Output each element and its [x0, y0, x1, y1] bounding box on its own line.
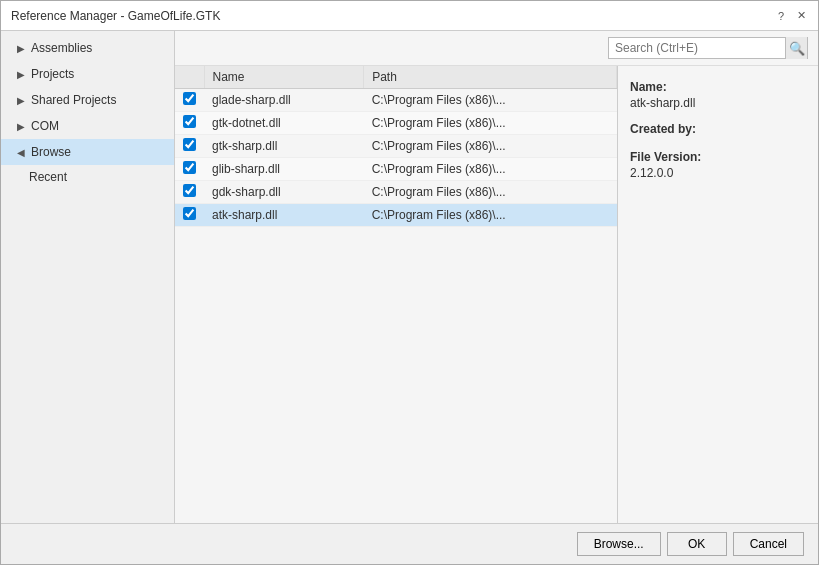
table-row[interactable]: gtk-dotnet.dllC:\Program Files (x86)\... [175, 112, 617, 135]
col-header-path: Path [364, 66, 617, 89]
cancel-button[interactable]: Cancel [733, 532, 804, 556]
table-row[interactable]: glib-sharp.dllC:\Program Files (x86)\... [175, 158, 617, 181]
search-bar: 🔍 [175, 31, 818, 66]
sidebar-item-recent[interactable]: Recent [1, 165, 174, 189]
table-header-row: Name Path [175, 66, 617, 89]
close-button[interactable]: ✕ [794, 9, 808, 23]
sidebar-label-browse: Browse [31, 145, 71, 159]
sidebar-item-browse[interactable]: ◀ Browse [1, 139, 174, 165]
name-label: Name: [630, 80, 806, 94]
details-panel: Name: atk-sharp.dll Created by: File Ver… [618, 66, 818, 523]
created-by-label: Created by: [630, 122, 806, 136]
row-name: glib-sharp.dll [204, 158, 364, 181]
shared-projects-arrow: ▶ [17, 95, 25, 106]
sidebar-label-recent: Recent [29, 170, 67, 184]
row-path: C:\Program Files (x86)\... [364, 204, 617, 227]
col-header-check [175, 66, 204, 89]
dialog: Reference Manager - GameOfLife.GTK ? ✕ ▶… [0, 0, 819, 565]
file-version-value: 2.12.0.0 [630, 166, 806, 180]
sidebar-item-assemblies[interactable]: ▶ Assemblies [1, 35, 174, 61]
checkbox-cell [175, 135, 204, 158]
row-checkbox[interactable] [183, 184, 196, 197]
main-area: 🔍 Name Path [175, 31, 818, 523]
checkbox-cell [175, 112, 204, 135]
row-path: C:\Program Files (x86)\... [364, 135, 617, 158]
search-icon-button[interactable]: 🔍 [785, 37, 807, 59]
footer: Browse... OK Cancel [1, 523, 818, 564]
table-row[interactable]: gdk-sharp.dllC:\Program Files (x86)\... [175, 181, 617, 204]
browse-arrow: ◀ [17, 147, 25, 158]
row-path: C:\Program Files (x86)\... [364, 158, 617, 181]
table-row[interactable]: glade-sharp.dllC:\Program Files (x86)\..… [175, 89, 617, 112]
browse-button[interactable]: Browse... [577, 532, 661, 556]
dialog-title: Reference Manager - GameOfLife.GTK [11, 9, 220, 23]
checkbox-cell [175, 158, 204, 181]
help-button[interactable]: ? [774, 9, 788, 23]
checkbox-cell [175, 181, 204, 204]
sidebar-label-shared-projects: Shared Projects [31, 93, 116, 107]
com-arrow: ▶ [17, 121, 25, 132]
file-version-label: File Version: [630, 150, 806, 164]
title-bar-controls: ? ✕ [774, 9, 808, 23]
sidebar-label-com: COM [31, 119, 59, 133]
row-checkbox[interactable] [183, 92, 196, 105]
row-name: gtk-sharp.dll [204, 135, 364, 158]
table-row[interactable]: atk-sharp.dllC:\Program Files (x86)\... [175, 204, 617, 227]
table-area: Name Path glade-sharp.dllC:\Program File… [175, 66, 618, 523]
sidebar-label-assemblies: Assemblies [31, 41, 92, 55]
sidebar-item-shared-projects[interactable]: ▶ Shared Projects [1, 87, 174, 113]
projects-arrow: ▶ [17, 69, 25, 80]
checkbox-cell [175, 89, 204, 112]
sidebar-item-com[interactable]: ▶ COM [1, 113, 174, 139]
row-path: C:\Program Files (x86)\... [364, 89, 617, 112]
table-row[interactable]: gtk-sharp.dllC:\Program Files (x86)\... [175, 135, 617, 158]
row-name: gdk-sharp.dll [204, 181, 364, 204]
sidebar-item-projects[interactable]: ▶ Projects [1, 61, 174, 87]
row-name: glade-sharp.dll [204, 89, 364, 112]
title-bar: Reference Manager - GameOfLife.GTK ? ✕ [1, 1, 818, 31]
references-table: Name Path glade-sharp.dllC:\Program File… [175, 66, 617, 227]
row-checkbox[interactable] [183, 161, 196, 174]
content-area: ▶ Assemblies ▶ Projects ▶ Shared Project… [1, 31, 818, 523]
row-checkbox[interactable] [183, 138, 196, 151]
sidebar-label-projects: Projects [31, 67, 74, 81]
row-checkbox[interactable] [183, 207, 196, 220]
split-area: Name Path glade-sharp.dllC:\Program File… [175, 66, 818, 523]
ok-button[interactable]: OK [667, 532, 727, 556]
sidebar: ▶ Assemblies ▶ Projects ▶ Shared Project… [1, 31, 175, 523]
row-name: gtk-dotnet.dll [204, 112, 364, 135]
row-name: atk-sharp.dll [204, 204, 364, 227]
search-input[interactable] [609, 41, 785, 55]
assemblies-arrow: ▶ [17, 43, 25, 54]
search-input-wrap: 🔍 [608, 37, 808, 59]
col-header-name: Name [204, 66, 364, 89]
row-path: C:\Program Files (x86)\... [364, 112, 617, 135]
row-path: C:\Program Files (x86)\... [364, 181, 617, 204]
name-value: atk-sharp.dll [630, 96, 806, 110]
row-checkbox[interactable] [183, 115, 196, 128]
checkbox-cell [175, 204, 204, 227]
